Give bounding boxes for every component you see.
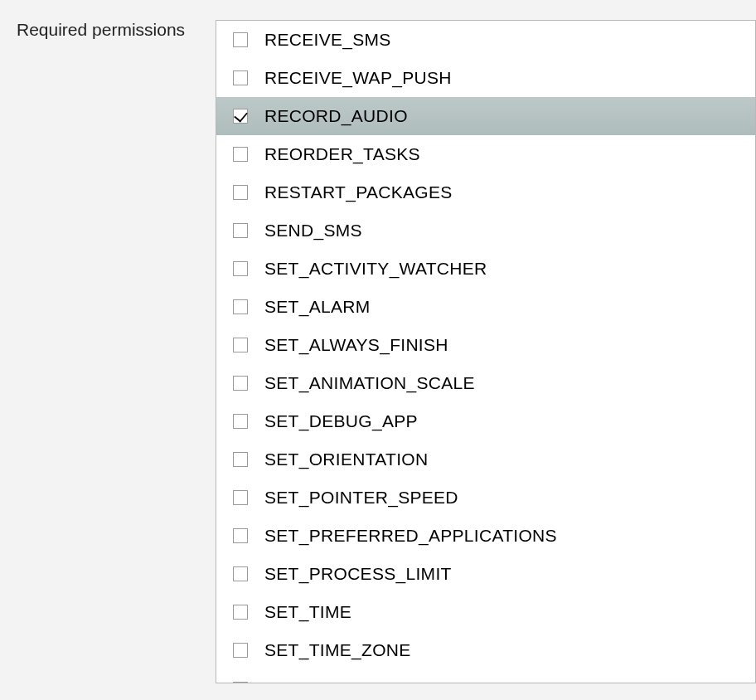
permission-checkbox[interactable] xyxy=(233,70,248,85)
permission-item[interactable]: SET_ALWAYS_FINISH xyxy=(216,326,755,364)
permission-item[interactable]: RECORD_AUDIO xyxy=(216,97,755,135)
permission-label: RECORD_AUDIO xyxy=(264,106,408,126)
permission-item[interactable]: SET_PROCESS_LIMIT xyxy=(216,555,755,593)
permission-checkbox[interactable] xyxy=(233,490,248,505)
permission-label: SEND_SMS xyxy=(264,221,362,241)
permission-item[interactable]: SET_WALLPAPER xyxy=(216,669,755,683)
permissions-list[interactable]: RECEIVE_SMSRECEIVE_WAP_PUSHRECORD_AUDIOR… xyxy=(216,21,755,683)
permission-item[interactable]: SET_ACTIVITY_WATCHER xyxy=(216,250,755,288)
permission-label: RESTART_PACKAGES xyxy=(264,182,453,202)
permission-item[interactable]: SET_DEBUG_APP xyxy=(216,402,755,440)
permission-label: RECEIVE_WAP_PUSH xyxy=(264,68,452,88)
permission-item[interactable]: SET_POINTER_SPEED xyxy=(216,479,755,517)
permission-checkbox[interactable] xyxy=(233,147,248,162)
permission-item[interactable]: RECEIVE_SMS xyxy=(216,21,755,59)
permission-label: SET_DEBUG_APP xyxy=(264,411,418,431)
permission-checkbox[interactable] xyxy=(233,682,248,683)
permission-item[interactable]: RESTART_PACKAGES xyxy=(216,173,755,211)
permission-label: SET_ALWAYS_FINISH xyxy=(264,335,448,355)
permission-label: SET_ACTIVITY_WATCHER xyxy=(264,259,487,279)
permission-checkbox[interactable] xyxy=(233,566,248,581)
permission-label: SET_PROCESS_LIMIT xyxy=(264,564,452,584)
permission-label: SET_POINTER_SPEED xyxy=(264,488,458,508)
permission-checkbox[interactable] xyxy=(233,414,248,429)
permission-item[interactable]: SET_PREFERRED_APPLICATIONS xyxy=(216,517,755,555)
permission-label: SET_TIME xyxy=(264,602,351,622)
permission-item[interactable]: SET_ALARM xyxy=(216,288,755,326)
permission-checkbox[interactable] xyxy=(233,643,248,658)
permission-checkbox[interactable] xyxy=(233,261,248,276)
permission-label: RECEIVE_SMS xyxy=(264,30,391,50)
permission-label: SET_ORIENTATION xyxy=(264,450,428,469)
permission-checkbox[interactable] xyxy=(233,376,248,391)
label-column: Required permissions xyxy=(17,20,216,700)
permission-item[interactable]: REORDER_TASKS xyxy=(216,135,755,173)
permission-label: SET_PREFERRED_APPLICATIONS xyxy=(264,526,557,546)
permission-label: SET_ALARM xyxy=(264,297,371,317)
permission-checkbox[interactable] xyxy=(233,605,248,620)
permission-label: SET_TIME_ZONE xyxy=(264,640,411,660)
permission-checkbox[interactable] xyxy=(233,185,248,200)
section-label: Required permissions xyxy=(17,20,206,40)
permission-checkbox[interactable] xyxy=(233,223,248,238)
permission-checkbox[interactable] xyxy=(233,109,248,124)
permission-checkbox[interactable] xyxy=(233,32,248,47)
permission-item[interactable]: RECEIVE_WAP_PUSH xyxy=(216,59,755,97)
permission-checkbox[interactable] xyxy=(233,452,248,467)
permission-item[interactable]: SET_TIME_ZONE xyxy=(216,631,755,669)
permission-item[interactable]: SET_ORIENTATION xyxy=(216,440,755,479)
permission-item[interactable]: SEND_SMS xyxy=(216,211,755,250)
permission-label: SET_WALLPAPER xyxy=(264,678,415,683)
permission-label: REORDER_TASKS xyxy=(264,144,420,164)
permission-checkbox[interactable] xyxy=(233,299,248,314)
permission-item[interactable]: SET_ANIMATION_SCALE xyxy=(216,364,755,402)
permission-checkbox[interactable] xyxy=(233,528,248,543)
permission-checkbox[interactable] xyxy=(233,338,248,352)
permission-label: SET_ANIMATION_SCALE xyxy=(264,373,475,393)
permissions-list-container: RECEIVE_SMSRECEIVE_WAP_PUSHRECORD_AUDIOR… xyxy=(216,20,756,683)
permission-item[interactable]: SET_TIME xyxy=(216,593,755,631)
